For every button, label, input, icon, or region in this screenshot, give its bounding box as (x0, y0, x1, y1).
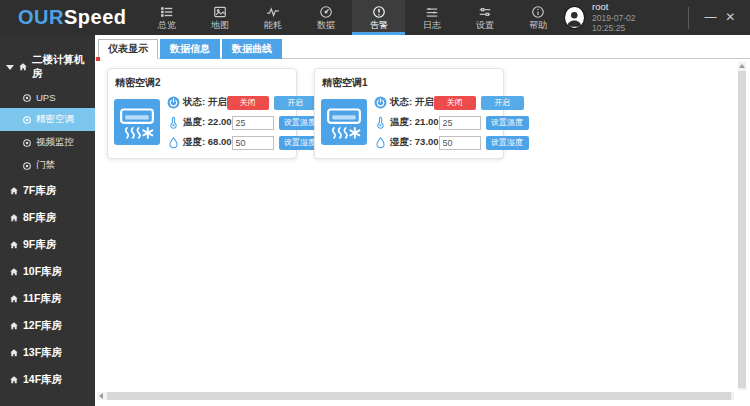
humidity-label: 湿度: (390, 136, 412, 147)
home-icon (9, 240, 19, 250)
device-target-icon (22, 93, 32, 103)
sidebar-item-9f[interactable]: 9F库房 (0, 232, 95, 258)
ac-card-1: 精密空调1 (314, 68, 504, 159)
sidebar-item-13f[interactable]: 13F库房 (0, 340, 95, 366)
nav-label: 日志 (423, 21, 441, 30)
sidebar-item-12f[interactable]: 12F库房 (0, 313, 95, 339)
horizontal-scrollbar-thumb[interactable] (107, 392, 731, 400)
temperature-value: 21.00 (415, 116, 439, 127)
nav-item-help[interactable]: 帮助 (511, 0, 564, 35)
user-avatar-icon (564, 6, 585, 29)
nav-label: 设置 (476, 21, 494, 30)
sidebar-item-precision-ac[interactable]: 精密空调 (0, 108, 95, 131)
chevron-down-icon (6, 65, 14, 70)
home-icon (9, 213, 19, 223)
nav-item-data[interactable]: 数据 (299, 0, 352, 35)
horizontal-scrollbar[interactable] (97, 392, 734, 400)
turn-off-button[interactable]: 关闭 (227, 96, 269, 110)
power-icon (374, 96, 387, 109)
status-row: 状态: 开启 关闭 开启 (167, 95, 290, 110)
air-conditioner-icon (321, 99, 367, 145)
set-humidity-button[interactable]: 设置湿度 (486, 136, 529, 150)
home-icon (9, 348, 19, 358)
nav-item-log[interactable]: 日志 (405, 0, 458, 35)
settings-sliders-icon (478, 5, 492, 19)
status-label: 状态: (390, 96, 412, 107)
nav-item-alarm[interactable]: 告警 (352, 0, 405, 35)
tab-bar: 仪表显示 数据信息 数据曲线 (95, 35, 750, 59)
topbar-right: root 2019-07-02 10:25:25 — ✕ (564, 0, 750, 35)
sidebar-item-ups[interactable]: UPS (0, 87, 95, 108)
vertical-scrollbar[interactable] (738, 62, 746, 390)
sidebar-item-label: 门禁 (36, 159, 55, 172)
humidity-row: 湿度: 68.00 设置湿度 (167, 135, 290, 150)
app-logo: OURSpeed (0, 0, 140, 35)
sidebar-item-label: 14F库房 (23, 373, 62, 387)
tab-data-curve[interactable]: 数据曲线 (222, 39, 282, 59)
sidebar-item-label: 11F库房 (23, 292, 62, 306)
device-target-icon (22, 161, 32, 171)
main-panel: 仪表显示 数据信息 数据曲线 精密空调2 (95, 35, 750, 406)
map-icon (213, 5, 227, 19)
air-conditioner-icon (114, 99, 160, 145)
minimize-button[interactable]: — (701, 0, 721, 35)
turn-on-button[interactable]: 开启 (274, 96, 317, 110)
droplet-icon (167, 136, 180, 149)
ac-card-2: 精密空调2 (107, 68, 297, 159)
nav-item-settings[interactable]: 设置 (458, 0, 511, 35)
tab-gauge-display[interactable]: 仪表显示 (98, 39, 158, 59)
vertical-scrollbar-thumb[interactable] (738, 71, 746, 388)
sidebar-item-8f[interactable]: 8F库房 (0, 205, 95, 231)
sidebar-item-video-monitor[interactable]: 视频监控 (0, 131, 95, 154)
sidebar-item-14f[interactable]: 14F库房 (0, 367, 95, 393)
sidebar-item-7f[interactable]: 7F库房 (0, 178, 95, 204)
status-label: 状态: (183, 96, 205, 107)
sidebar-item-label: 视频监控 (36, 136, 74, 149)
status-row: 状态: 开启 关闭 开启 (374, 95, 497, 110)
turn-off-button[interactable]: 关闭 (434, 96, 476, 110)
scroll-up-arrow-icon[interactable] (739, 64, 745, 68)
top-nav: 总览 地图 能耗 数据 告警 日志 (140, 0, 564, 35)
user-info[interactable]: root 2019-07-02 10:25:25 (564, 1, 661, 34)
temperature-label: 温度: (390, 116, 412, 127)
temperature-setpoint-input[interactable] (232, 116, 274, 130)
humidity-setpoint-input[interactable] (439, 136, 481, 150)
temperature-row: 温度: 21.00 设置温度 (374, 115, 497, 130)
top-bar: OURSpeed 总览 地图 能耗 数据 告警 (0, 0, 750, 35)
sidebar-item-label: 二楼计算机房 (32, 53, 91, 81)
sidebar-item-server-room[interactable]: 二楼计算机房 (0, 47, 95, 87)
nav-label: 能耗 (264, 21, 282, 30)
nav-label: 总览 (158, 21, 176, 30)
humidity-value: 73.00 (415, 136, 439, 147)
nav-item-map[interactable]: 地图 (193, 0, 246, 35)
scroll-left-arrow-icon[interactable] (99, 393, 103, 399)
turn-on-button[interactable]: 开启 (481, 96, 524, 110)
sidebar-item-access-control[interactable]: 门禁 (0, 154, 95, 177)
cards-area: 精密空调2 (95, 59, 750, 168)
device-target-icon (22, 115, 32, 125)
set-temperature-button[interactable]: 设置温度 (486, 116, 529, 130)
alarm-icon (372, 5, 386, 19)
current-timestamp: 2019-07-02 10:25:25 (592, 13, 662, 34)
nav-label: 地图 (211, 21, 229, 30)
tab-marker (96, 57, 100, 61)
home-icon (9, 267, 19, 277)
close-button[interactable]: ✕ (720, 0, 740, 35)
overview-list-icon (160, 5, 174, 19)
sidebar-tree: 二楼计算机房 UPS 精密空调 视频监控 门禁 7F库房 (0, 35, 95, 406)
temperature-setpoint-input[interactable] (439, 116, 481, 130)
sidebar-item-label: 13F库房 (23, 346, 62, 360)
divider (688, 7, 689, 29)
energy-wave-icon (266, 5, 280, 19)
humidity-setpoint-input[interactable] (232, 136, 274, 150)
sidebar-item-10f[interactable]: 10F库房 (0, 259, 95, 285)
sidebar-item-11f[interactable]: 11F库房 (0, 286, 95, 312)
device-target-icon (22, 138, 32, 148)
sidebar-item-label: 8F库房 (23, 211, 56, 225)
nav-item-overview[interactable]: 总览 (140, 0, 193, 35)
nav-item-energy[interactable]: 能耗 (246, 0, 299, 35)
app-window: OURSpeed 总览 地图 能耗 数据 告警 (0, 0, 750, 406)
card-title: 精密空调2 (115, 76, 290, 90)
username: root (592, 1, 662, 13)
tab-data-info[interactable]: 数据信息 (160, 39, 220, 59)
